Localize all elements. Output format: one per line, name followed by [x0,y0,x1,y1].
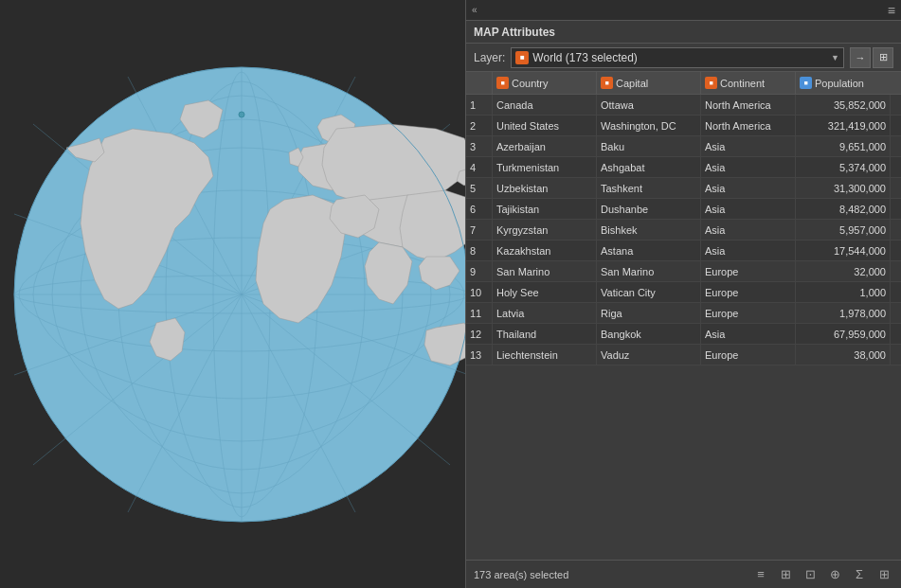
table-row[interactable]: 10Holy SeeVatican CityEurope1,000 [466,282,901,303]
table-row[interactable]: 3AzerbaijanBakuAsia9,651,000 [466,136,901,157]
cell-country: San Marino [493,261,597,281]
status-bar: 173 area(s) selected ≡ ⊞ ⊡ ⊕ Σ ⊞ [466,560,901,588]
table-row[interactable]: 1CanadaOttawaNorth America35,852,000 [466,95,901,116]
panel-collapse-icons[interactable]: « [472,5,478,15]
cell-capital: Riga [597,303,701,323]
stats-icon[interactable]: ⊞ [874,565,893,584]
attribute-table: ■ Country ■ Capital ■ Continent ■ Popula… [466,72,901,560]
table-row[interactable]: 11LatviaRigaEurope1,978,000 [466,303,901,324]
select-icon[interactable]: ⊡ [801,565,820,584]
cell-row-number: 9 [466,261,493,281]
layer-buttons: → ⊞ [850,47,893,68]
layer-row: Layer: ■ World (173 selected) ▼ → ⊞ [466,44,901,72]
table-row[interactable]: 6TajikistanDushanbeAsia8,482,000 [466,199,901,220]
table-row[interactable]: 7KyrgyzstanBishkekAsia5,957,000 [466,220,901,241]
cell-continent: Asia [701,157,796,177]
cell-row-number: 6 [466,199,493,219]
cell-continent: Europe [701,303,796,323]
table-row[interactable]: 12ThailandBangkokAsia67,959,000 [466,324,901,345]
cell-population: 17,544,000 [796,241,891,260]
zoom-icon[interactable]: ⊕ [825,565,844,584]
svg-point-17 [239,112,244,117]
cell-population: 67,959,000 [796,324,891,344]
cell-country: Latvia [493,303,597,323]
cell-capital: Bangkok [597,324,701,344]
cell-continent: Asia [701,220,796,240]
cell-country: Kyrgyzstan [493,220,597,240]
table-body[interactable]: 1CanadaOttawaNorth America35,852,0002Uni… [466,95,901,560]
th-population[interactable]: ■ Population [796,72,901,94]
cell-population: 9,651,000 [796,136,891,156]
table-row[interactable]: 8KazakhstanAstanaAsia17,544,000 [466,241,901,261]
table-header: ■ Country ■ Capital ■ Continent ■ Popula… [466,72,901,95]
layer-type-icon: ■ [515,51,529,64]
cell-country: United States [493,116,597,135]
cell-capital: Washington, DC [597,116,701,135]
cell-continent: North America [701,116,796,135]
collapse-icon[interactable]: « [472,5,478,15]
cell-row-number: 13 [466,345,493,365]
panel-title: MAP Attributes [466,21,901,44]
cell-continent: North America [701,95,796,115]
cell-row-number: 12 [466,324,493,344]
capital-col-icon: ■ [601,77,613,89]
cell-capital: Ashgabat [597,157,701,177]
cell-population: 1,000 [796,282,891,302]
panel-topbar: « ≡ [466,0,901,21]
cell-country: Tajikistan [493,199,597,219]
table-row[interactable]: 5UzbekistanTashkentAsia31,300,000 [466,178,901,199]
sum-icon[interactable]: Σ [850,565,869,584]
cell-capital: Ottawa [597,95,701,115]
cell-continent: Asia [701,324,796,344]
cell-population: 8,482,000 [796,199,891,219]
map-attributes-panel: « ≡ MAP Attributes Layer: ■ World (173 s… [465,0,901,588]
table-row[interactable]: 4TurkmenistanAshgabatAsia5,374,000 [466,157,901,178]
panel-menu-icon[interactable]: ≡ [888,3,895,18]
filter-icon[interactable]: ⊞ [776,565,795,584]
cell-population: 32,000 [796,261,891,281]
cell-row-number: 4 [466,157,493,177]
continent-col-icon: ■ [705,77,717,89]
status-icons: ≡ ⊞ ⊡ ⊕ Σ ⊞ [751,565,893,584]
cell-row-number: 5 [466,178,493,198]
cell-population: 35,852,000 [796,95,891,115]
globe-area [0,0,483,588]
cell-country: Holy See [493,282,597,302]
th-continent[interactable]: ■ Continent [701,72,796,94]
cell-country: Turkmenistan [493,157,597,177]
table-row[interactable]: 9San MarinoSan MarinoEurope32,000 [466,261,901,282]
cell-continent: Asia [701,178,796,198]
layer-add-button[interactable]: → [850,47,871,68]
cell-capital: Vatican City [597,282,701,302]
cell-continent: Asia [701,199,796,219]
status-text: 173 area(s) selected [474,569,568,580]
cell-row-number: 8 [466,241,493,260]
cell-row-number: 7 [466,220,493,240]
population-col-icon: ■ [800,77,812,89]
cell-population: 5,957,000 [796,220,891,240]
cell-country: Thailand [493,324,597,344]
layer-table-button[interactable]: ⊞ [873,47,893,68]
cell-continent: Europe [701,261,796,281]
th-country[interactable]: ■ Country [493,72,597,94]
cell-population: 321,419,000 [796,116,891,135]
country-col-icon: ■ [496,77,509,89]
layer-select-dropdown[interactable]: ■ World (173 selected) ▼ [511,47,844,68]
layer-label: Layer: [474,51,505,64]
cell-population: 5,374,000 [796,157,891,177]
cell-continent: Asia [701,241,796,260]
cell-country: Azerbaijan [493,136,597,156]
th-capital[interactable]: ■ Capital [597,72,701,94]
cell-row-number: 10 [466,282,493,302]
dropdown-chevron-icon: ▼ [831,53,839,62]
cell-capital: Dushanbe [597,199,701,219]
cell-country: Liechtenstein [493,345,597,365]
cell-continent: Europe [701,345,796,365]
sort-icon[interactable]: ≡ [751,565,770,584]
table-row[interactable]: 2United StatesWashington, DCNorth Americ… [466,116,901,136]
cell-capital: Bishkek [597,220,701,240]
layer-select-value: World (173 selected) [532,51,638,64]
table-row[interactable]: 13LiechtensteinVaduzEurope38,000 [466,345,901,365]
cell-row-number: 11 [466,303,493,323]
cell-population: 38,000 [796,345,891,365]
